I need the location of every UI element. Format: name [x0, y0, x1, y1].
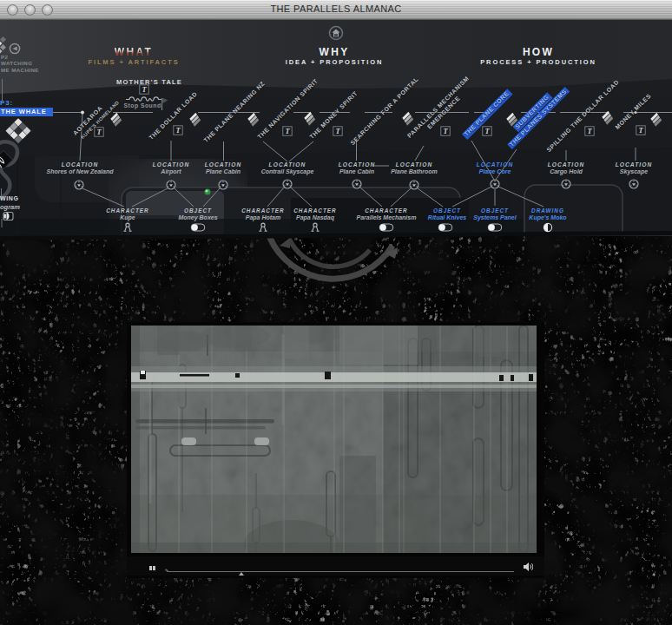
svg-text:T: T [587, 127, 592, 135]
svg-text:T: T [443, 127, 448, 135]
svg-text:T: T [175, 126, 181, 135]
svg-text:T: T [484, 127, 490, 135]
svg-text:T: T [96, 128, 102, 136]
svg-text:T: T [335, 127, 340, 135]
svg-text:T: T [638, 126, 643, 135]
svg-text:T: T [142, 85, 147, 94]
svg-text:T: T [285, 127, 290, 135]
